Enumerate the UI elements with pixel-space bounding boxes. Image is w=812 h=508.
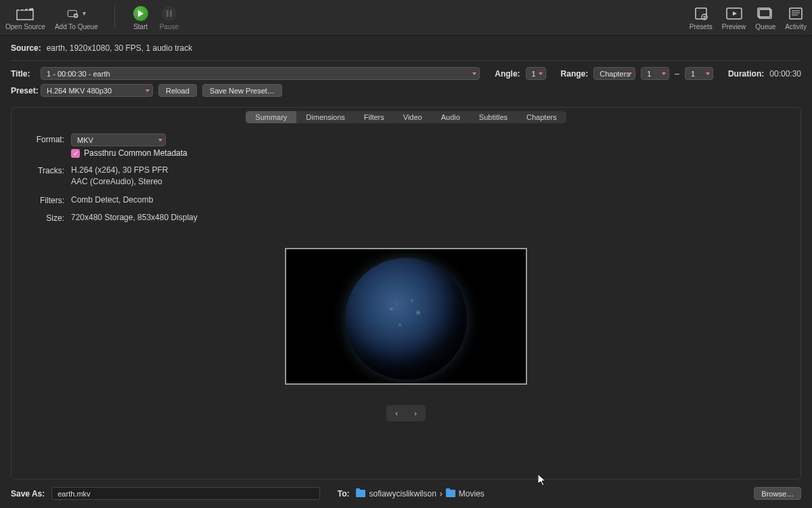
tab-dimensions[interactable]: Dimensions [296, 111, 354, 123]
source-row: Source: earth, 1920x1080, 30 FPS, 1 audi… [11, 40, 801, 56]
range-to-select[interactable]: 1 [685, 67, 713, 80]
pause-button[interactable]: Pause [160, 5, 179, 30]
tab-video[interactable]: Video [394, 111, 432, 123]
chevron-down-icon[interactable]: ▾ [80, 9, 86, 17]
save-as-input[interactable] [51, 487, 319, 500]
presets-button[interactable]: Presets [690, 5, 713, 30]
play-icon [133, 6, 148, 21]
folder-icon [446, 490, 455, 497]
toolbar: Open Source ▾ Add To Queue Start Pause P… [0, 0, 812, 36]
film-clapboard-icon [16, 5, 35, 22]
format-select[interactable]: MKV [71, 133, 166, 146]
folder-icon [356, 490, 365, 497]
open-source-button[interactable]: Open Source [5, 5, 45, 30]
content-pane: Summary Dimensions Filters Video Audio S… [11, 107, 801, 480]
save-new-preset-button[interactable]: Save New Preset… [202, 84, 282, 97]
tab-chapters[interactable]: Chapters [517, 111, 566, 123]
browse-button[interactable]: Browse… [754, 487, 801, 500]
svg-rect-0 [17, 10, 33, 20]
preview-thumbnail[interactable] [285, 248, 527, 385]
svg-rect-3 [166, 10, 168, 17]
prev-frame-button[interactable]: ‹ [390, 407, 403, 419]
duration-value: 00:00:30 [769, 69, 801, 79]
next-frame-button[interactable]: › [409, 407, 422, 419]
tracks-value: H.264 (x264), 30 FPS PFR AAC (CoreAudio)… [71, 165, 787, 188]
tab-filters[interactable]: Filters [355, 111, 394, 123]
svg-rect-10 [790, 8, 802, 19]
tab-subtitles[interactable]: Subtitles [470, 111, 517, 123]
title-select[interactable]: 1 - 00:00:30 - earth [41, 67, 480, 80]
save-row: Save As: To: sofiawycislikwilson › Movie… [11, 487, 801, 500]
activity-button[interactable]: Activity [785, 5, 807, 30]
preview-nav: ‹ › [386, 405, 426, 421]
activity-icon [786, 5, 805, 22]
destination-path[interactable]: sofiawycislikwilson › Movies [356, 489, 484, 499]
add-queue-icon: ▾ [67, 5, 86, 22]
tab-audio[interactable]: Audio [432, 111, 470, 123]
preview-button[interactable]: Preview [722, 5, 746, 30]
range-from-select[interactable]: 1 [641, 67, 669, 80]
angle-select[interactable]: 1 [526, 67, 546, 80]
svg-rect-4 [170, 10, 172, 17]
presets-icon [692, 5, 710, 22]
earth-image [345, 257, 467, 379]
queue-icon [756, 5, 775, 22]
preset-select[interactable]: H.264 MKV 480p30 [41, 84, 153, 97]
start-button[interactable]: Start [131, 5, 150, 30]
source-value: earth, 1920x1080, 30 FPS, 1 audio track [47, 43, 192, 53]
reload-button[interactable]: Reload [158, 84, 197, 97]
tabs-bar: Summary Dimensions Filters Video Audio S… [246, 111, 566, 123]
queue-button[interactable]: Queue [755, 5, 775, 30]
svg-rect-5 [696, 8, 706, 19]
passthru-checkbox[interactable]: ✓ [71, 149, 80, 158]
tab-summary[interactable]: Summary [246, 111, 296, 123]
passthru-label: Passthru Common Metadata [84, 148, 187, 158]
preview-icon [725, 5, 744, 22]
pause-icon [162, 6, 177, 21]
range-type-select[interactable]: Chapters [593, 67, 635, 80]
add-to-queue-button[interactable]: ▾ Add To Queue [55, 5, 98, 30]
